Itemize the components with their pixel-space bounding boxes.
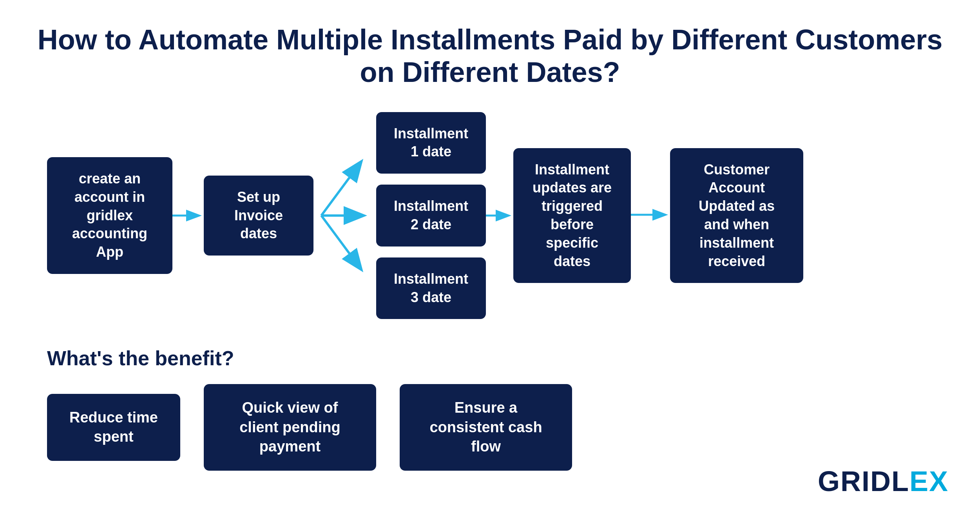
installment-column: Installment 1 date Installment 2 date In… bbox=[376, 112, 486, 319]
gridlex-x: EX bbox=[909, 466, 949, 497]
flow-diagram: create an account in gridlex accounting … bbox=[47, 112, 949, 319]
installment-2-box: Installment 2 date bbox=[376, 185, 486, 247]
benefit-1: Reduce time spent bbox=[47, 394, 180, 461]
step-create: create an account in gridlex accounting … bbox=[47, 157, 172, 274]
svg-line-1 bbox=[321, 163, 360, 216]
benefits-title: What's the benefit? bbox=[47, 346, 949, 370]
gridlex-logo: GRIDLEX bbox=[818, 465, 949, 497]
svg-line-3 bbox=[321, 216, 360, 268]
arrow-2 bbox=[486, 208, 513, 223]
benefit-2: Quick view of client pending payment bbox=[204, 384, 376, 470]
step-customer: Customer Account Updated as and when ins… bbox=[670, 148, 803, 283]
arrow-3 bbox=[631, 207, 670, 224]
step-setup: Set up Invoice dates bbox=[204, 176, 313, 256]
page-title: How to Automate Multiple Installments Pa… bbox=[31, 24, 949, 89]
benefits-row: Reduce time spent Quick view of client p… bbox=[47, 384, 949, 470]
installment-1-box: Installment 1 date bbox=[376, 112, 486, 174]
benefit-3: Ensure a consistent cash flow bbox=[400, 384, 572, 470]
arrow-1 bbox=[172, 208, 204, 223]
benefits-section: What's the benefit? Reduce time spent Qu… bbox=[47, 346, 949, 470]
step-updates: Installment updates are triggered before… bbox=[513, 148, 631, 283]
fan-arrows bbox=[313, 141, 376, 290]
installment-3-box: Installment 3 date bbox=[376, 257, 486, 319]
